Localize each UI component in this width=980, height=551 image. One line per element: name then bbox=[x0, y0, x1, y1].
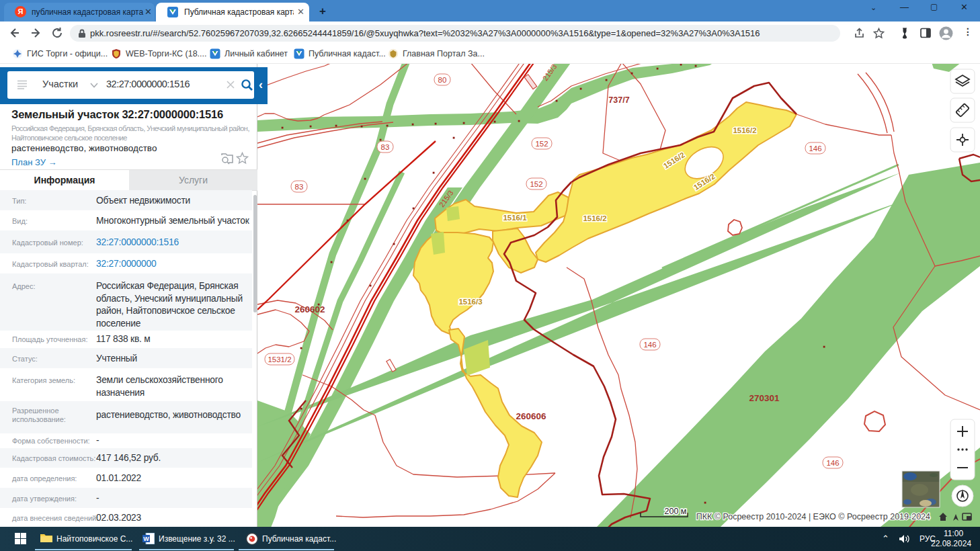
svg-text:1516/2: 1516/2 bbox=[583, 214, 606, 222]
svg-text:152: 152 bbox=[530, 180, 542, 188]
svg-text:1516/1: 1516/1 bbox=[503, 214, 527, 222]
svg-text:83: 83 bbox=[381, 143, 390, 151]
svg-text:737/7: 737/7 bbox=[608, 95, 629, 105]
svg-text:152: 152 bbox=[535, 140, 548, 148]
svg-text:W: W bbox=[143, 536, 149, 542]
svg-text:1516/3: 1516/3 bbox=[458, 298, 482, 306]
svg-text:270301: 270301 bbox=[749, 393, 780, 403]
svg-text:1531/2: 1531/2 bbox=[268, 355, 291, 364]
svg-text:146: 146 bbox=[809, 144, 821, 153]
svg-text:260606: 260606 bbox=[516, 411, 546, 421]
svg-text:146: 146 bbox=[643, 341, 656, 349]
svg-text:260602: 260602 bbox=[294, 304, 325, 314]
svg-text:83: 83 bbox=[295, 183, 304, 191]
svg-text:146: 146 bbox=[826, 459, 839, 467]
svg-text:ПКК © Росреестр 2010-2024 | ЕЭ: ПКК © Росреестр 2010-2024 | ЕЭКО © Росре… bbox=[696, 512, 930, 521]
svg-text:200 м: 200 м bbox=[665, 507, 687, 516]
svg-text:80: 80 bbox=[438, 76, 447, 84]
svg-text:1516/2: 1516/2 bbox=[733, 126, 756, 134]
